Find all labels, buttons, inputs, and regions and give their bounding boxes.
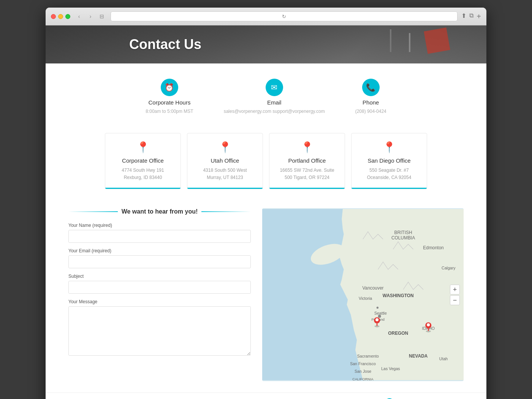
email-icon-circle: ✉ (266, 79, 283, 96)
message-textarea[interactable] (68, 306, 251, 356)
phone-label: Phone (363, 99, 379, 106)
page-content: Contact Us ⏰ Corporate Hours 8:00am to 5… (46, 25, 486, 399)
new-tab-icon[interactable]: + (477, 12, 481, 21)
forward-button[interactable]: › (86, 13, 95, 20)
sandiego-office-address: 550 Seagate Dr. #7 Oceanside, CA 92054 (367, 167, 412, 189)
lower-section: We want to hear from you! Your Name (req… (46, 201, 486, 393)
phone-info-item: 📞 Phone (208) 904-0424 (355, 79, 386, 114)
pin-icon-corporate: 📍 (136, 141, 150, 154)
utah-office-name: Utah Office (211, 157, 239, 164)
heading-line-right (201, 211, 251, 212)
svg-point-24 (375, 318, 378, 321)
portland-pin (374, 317, 380, 328)
email-input[interactable] (68, 255, 251, 268)
map-placeholder: BRITISH COLUMBIA Edmonton Calgary Vancou… (262, 208, 464, 381)
contact-info-row: ⏰ Corporate Hours 8:00am to 5:00pm MST ✉… (46, 63, 486, 125)
map-section: BRITISH COLUMBIA Edmonton Calgary Vancou… (262, 208, 464, 381)
envelope-icon: ✉ (271, 83, 277, 92)
traffic-lights (51, 14, 70, 19)
sandiego-office-name: San Diego Office (367, 157, 410, 164)
form-heading: We want to hear from you! (122, 208, 198, 215)
svg-point-22 (377, 307, 378, 309)
utah-office-card: 📍 Utah Office 4318 South 500 West Murray… (187, 133, 263, 189)
svg-text:Seattle: Seattle (374, 311, 387, 316)
subject-form-group: Subject (68, 274, 251, 294)
svg-text:Victoria: Victoria (359, 296, 372, 301)
form-heading-wrapper: We want to hear from you! (68, 208, 251, 215)
back-button[interactable]: ‹ (74, 13, 84, 20)
message-form-group: Your Message (68, 299, 251, 357)
browser-window: ‹ › ⊟ ↻ ⬆ ⧉ + Contact Us ⏰ (46, 8, 486, 399)
email-label: Email (267, 99, 282, 106)
phone-icon-circle: 📞 (362, 79, 380, 96)
svg-text:San Jose: San Jose (355, 369, 371, 374)
message-label: Your Message (68, 299, 251, 304)
svg-text:San Francisco: San Francisco (350, 361, 376, 366)
email-value: sales@vorpenergy.com support@vorpenergy.… (224, 109, 325, 114)
corporate-office-card: 📍 Corporate Office 4774 South Hwy 191 Re… (105, 133, 181, 189)
hours-icon-circle: ⏰ (161, 79, 178, 96)
view-button[interactable]: ⊟ (97, 13, 107, 20)
phone-value: (208) 904-0424 (355, 109, 386, 114)
svg-text:BRITISH: BRITISH (394, 230, 412, 236)
corporate-office-name: Corporate Office (122, 157, 164, 164)
hours-value: 8:00am to 5:00pm MST (146, 109, 193, 114)
rexburg-pin (425, 323, 431, 333)
svg-text:CALIFORNIA: CALIFORNIA (352, 377, 374, 381)
svg-text:Utah: Utah (439, 356, 448, 361)
browser-toolbar: ‹ › ⊟ ↻ ⬆ ⧉ + (46, 8, 486, 25)
office-cards-row: 📍 Corporate Office 4774 South Hwy 191 Re… (46, 125, 486, 201)
maximize-button[interactable] (65, 14, 70, 19)
subject-label: Subject (68, 274, 251, 279)
contact-form-section: We want to hear from you! Your Name (req… (68, 208, 251, 381)
page-footer: Copyright © e BUILDERZ All Rights Reserv… (46, 393, 486, 399)
pin-icon-utah: 📍 (218, 141, 232, 154)
svg-text:OREGON: OREGON (388, 331, 408, 336)
subject-input[interactable] (68, 281, 251, 294)
svg-text:Vancouver: Vancouver (362, 285, 383, 291)
heading-line-left (68, 211, 118, 212)
portland-office-name: Portland Office (288, 157, 326, 164)
zoom-out-button[interactable]: − (450, 295, 460, 305)
hours-label: Corporate Hours (149, 99, 191, 106)
map-svg: BRITISH COLUMBIA Edmonton Calgary Vancou… (262, 208, 464, 381)
corporate-office-address: 4774 South Hwy 191 Rexburg, ID 83440 (122, 167, 164, 189)
name-label: Your Name (required) (68, 223, 251, 228)
svg-text:Las Vegas: Las Vegas (381, 366, 400, 371)
name-form-group: Your Name (required) (68, 223, 251, 243)
email-field-label: Your Email (required) (68, 248, 251, 253)
pin-icon-portland: 📍 (301, 141, 314, 154)
svg-text:COLUMBIA: COLUMBIA (391, 235, 415, 241)
svg-text:Sacramento: Sacramento (357, 354, 379, 358)
email-info-item: ✉ Email sales@vorpenergy.com support@vor… (224, 79, 325, 114)
minimize-button[interactable] (58, 14, 63, 19)
close-button[interactable] (51, 14, 56, 19)
sandiego-office-card: 📍 San Diego Office 550 Seagate Dr. #7 Oc… (351, 133, 427, 189)
utah-office-address: 4318 South 500 West Murray, UT 84123 (203, 167, 247, 189)
nav-buttons: ‹ › ⊟ (74, 13, 107, 20)
pin-icon-sandiego: 📍 (383, 141, 396, 154)
svg-point-21 (378, 315, 381, 318)
svg-text:Calgary: Calgary (442, 266, 456, 270)
zoom-in-button[interactable]: + (450, 285, 460, 294)
phone-icon: 📞 (366, 83, 375, 92)
svg-point-26 (427, 323, 430, 326)
portland-office-address: 16655 SW 72nd Ave. Suite 500 Tigard, OR … (280, 167, 334, 189)
tabs-icon[interactable]: ⧉ (469, 12, 473, 21)
svg-text:Edmonton: Edmonton (423, 245, 443, 250)
hero-section: Contact Us (46, 25, 486, 63)
portland-office-card: 📍 Portland Office 16655 SW 72nd Ave. Sui… (269, 133, 345, 189)
svg-text:WASHINGTON: WASHINGTON (383, 293, 414, 298)
clock-icon: ⏰ (165, 83, 174, 92)
address-bar[interactable]: ↻ (111, 11, 458, 21)
share-icon[interactable]: ⬆ (461, 12, 466, 21)
hours-info-item: ⏰ Corporate Hours 8:00am to 5:00pm MST (146, 79, 193, 114)
name-input[interactable] (68, 230, 251, 243)
svg-text:NEVADA: NEVADA (409, 353, 428, 359)
toolbar-right: ⬆ ⧉ + (461, 12, 481, 21)
page-title: Contact Us (129, 36, 201, 52)
email-form-group: Your Email (required) (68, 248, 251, 268)
map-controls: + − (450, 285, 460, 305)
